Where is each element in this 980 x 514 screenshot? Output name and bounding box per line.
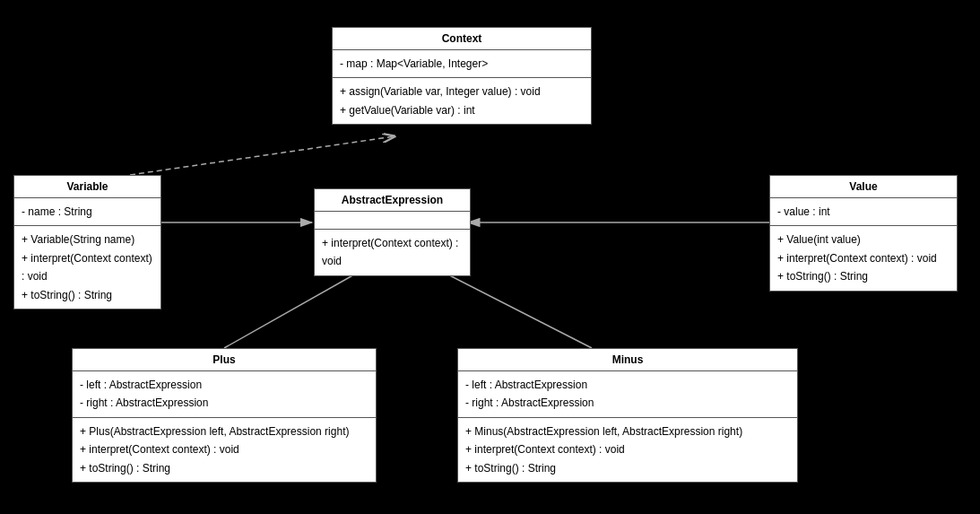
abstract-expression-method-1: + interpret(Context context) : void xyxy=(322,234,463,271)
plus-method-1: + Plus(AbstractExpression left, Abstract… xyxy=(80,423,369,440)
plus-fields: - left : AbstractExpression - right : Ab… xyxy=(73,371,376,418)
minus-box: Minus - left : AbstractExpression - righ… xyxy=(457,348,798,483)
abstract-expression-box: AbstractExpression + interpret(Context c… xyxy=(314,188,471,276)
minus-field-1: - left : AbstractExpression xyxy=(465,376,790,394)
plus-field-2: - right : AbstractExpression xyxy=(80,394,369,412)
plus-method-2: + interpret(Context context) : void xyxy=(80,440,369,458)
abstract-expression-methods: + interpret(Context context) : void xyxy=(315,230,470,275)
value-box: Value - value : int + Value(int value) +… xyxy=(769,175,958,292)
value-method-2: + interpret(Context context) : void xyxy=(777,249,950,267)
minus-method-2: + interpret(Context context) : void xyxy=(465,440,790,458)
minus-method-1: + Minus(AbstractExpression left, Abstrac… xyxy=(465,423,790,440)
svg-line-3 xyxy=(130,136,395,175)
value-method-3: + toString() : String xyxy=(777,267,950,285)
variable-title: Variable xyxy=(14,176,160,198)
plus-box: Plus - left : AbstractExpression - right… xyxy=(72,348,377,483)
value-fields: - value : int xyxy=(770,198,957,226)
variable-box: Variable - name : String + Variable(Stri… xyxy=(13,175,161,309)
minus-method-3: + toString() : String xyxy=(465,459,790,477)
context-method-2: + getValue(Variable var) : int xyxy=(340,101,584,119)
abstract-expression-empty xyxy=(315,212,470,230)
context-title: Context xyxy=(333,28,591,50)
variable-method-3: + toString() : String xyxy=(22,286,153,304)
value-method-1: + Value(int value) xyxy=(777,231,950,248)
plus-method-3: + toString() : String xyxy=(80,459,369,477)
plus-title: Plus xyxy=(73,349,376,371)
variable-method-1: + Variable(String name) xyxy=(22,231,153,248)
context-method-1: + assign(Variable var, Integer value) : … xyxy=(340,83,584,100)
value-title: Value xyxy=(770,176,957,198)
context-fields: - map : Map<Variable, Integer> xyxy=(333,50,591,78)
context-box: Context - map : Map<Variable, Integer> +… xyxy=(332,27,592,125)
variable-method-2: + interpret(Context context) : void xyxy=(22,249,153,286)
minus-title: Minus xyxy=(458,349,797,371)
variable-field-1: - name : String xyxy=(22,203,153,221)
plus-methods: + Plus(AbstractExpression left, Abstract… xyxy=(73,418,376,482)
minus-methods: + Minus(AbstractExpression left, Abstrac… xyxy=(458,418,797,482)
variable-methods: + Variable(String name) + interpret(Cont… xyxy=(14,226,160,309)
value-field-1: - value : int xyxy=(777,203,950,221)
value-methods: + Value(int value) + interpret(Context c… xyxy=(770,226,957,290)
context-field-1: - map : Map<Variable, Integer> xyxy=(340,55,584,73)
minus-field-2: - right : AbstractExpression xyxy=(465,394,790,412)
abstract-expression-title: AbstractExpression xyxy=(315,189,470,212)
context-methods: + assign(Variable var, Integer value) : … xyxy=(333,78,591,124)
minus-fields: - left : AbstractExpression - right : Ab… xyxy=(458,371,797,418)
variable-fields: - name : String xyxy=(14,198,160,226)
plus-field-1: - left : AbstractExpression xyxy=(80,376,369,394)
